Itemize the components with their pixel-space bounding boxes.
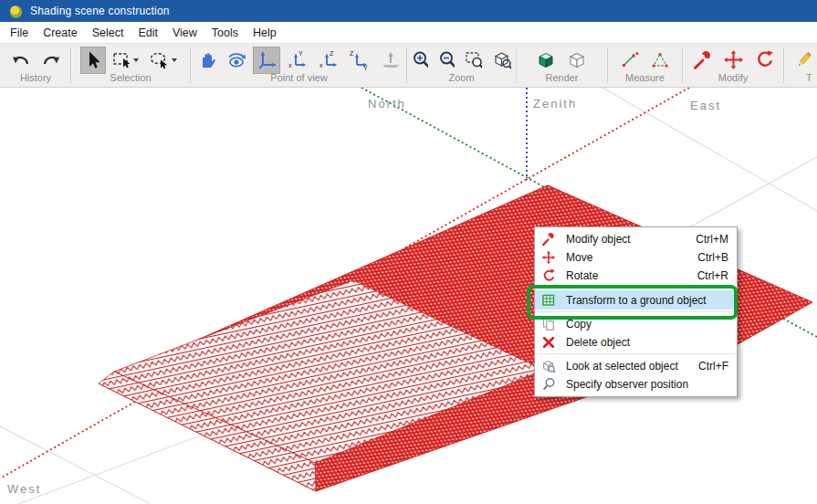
menu-tools[interactable]: Tools bbox=[204, 26, 246, 39]
zoom-in-button[interactable] bbox=[408, 47, 432, 74]
north-label: North bbox=[368, 97, 406, 110]
context-item-modify-object[interactable]: Modify object Ctrl+M bbox=[535, 230, 737, 248]
menu-view[interactable]: View bbox=[165, 26, 204, 39]
toolbar-group-label: T bbox=[785, 72, 817, 83]
move-icon bbox=[723, 49, 744, 70]
lasso-select-button[interactable] bbox=[145, 47, 181, 74]
zoom-in-icon bbox=[412, 50, 428, 70]
context-item-label: Modify object bbox=[566, 233, 688, 246]
menu-help[interactable]: Help bbox=[246, 26, 284, 39]
axes-xy-icon: xY bbox=[287, 49, 308, 70]
look-at-icon bbox=[540, 359, 557, 373]
context-item-label: Look at selected object bbox=[566, 360, 691, 373]
redo-icon bbox=[41, 50, 61, 70]
context-item-label: Delete object bbox=[566, 336, 721, 349]
axes-xz-icon: xZ bbox=[318, 49, 339, 70]
view-xy-button[interactable]: xY bbox=[283, 47, 311, 74]
move-object-button[interactable] bbox=[719, 47, 748, 74]
annotation-highlight-box bbox=[527, 285, 738, 320]
toolbar-group-point-of-view: xY xZ ZY Point of view bbox=[193, 44, 405, 87]
window-title: Shading scene construction bbox=[30, 5, 170, 17]
context-item-label: Rotate bbox=[566, 269, 690, 282]
rotate-icon bbox=[540, 268, 557, 283]
context-item-rotate[interactable]: Rotate Ctrl+R bbox=[535, 267, 737, 285]
rect-select-button[interactable] bbox=[109, 47, 142, 74]
svg-text:Y: Y bbox=[363, 65, 368, 70]
svg-text:x: x bbox=[288, 62, 292, 68]
toolbar-group-label: Measure bbox=[609, 72, 681, 83]
context-item-label: Move bbox=[566, 251, 690, 264]
toolbar: History Selection bbox=[0, 43, 817, 88]
menubar: File Create Select Edit View Tools Help bbox=[0, 22, 817, 43]
measure-angle-icon bbox=[650, 50, 670, 70]
toolbar-group-label: Zoom bbox=[408, 72, 515, 83]
context-item-look-at-selected[interactable]: Look at selected object Ctrl+F bbox=[535, 357, 737, 375]
zoom-extents-button[interactable] bbox=[488, 47, 515, 74]
rotate-object-button[interactable] bbox=[750, 47, 779, 74]
app-window: Shading scene construction File Create S… bbox=[0, 0, 817, 504]
redo-button[interactable] bbox=[37, 47, 65, 74]
context-item-delete-object[interactable]: Delete object bbox=[535, 333, 737, 352]
rect-select-icon bbox=[112, 50, 132, 70]
pan-button[interactable] bbox=[193, 47, 220, 74]
context-item-shortcut: Ctrl+R bbox=[697, 269, 728, 282]
svg-text:Z: Z bbox=[350, 50, 354, 57]
undo-button[interactable] bbox=[7, 47, 35, 74]
measure-distance-icon bbox=[620, 50, 640, 70]
zoom-selection-button[interactable] bbox=[461, 47, 486, 74]
context-item-shortcut: Ctrl+B bbox=[697, 251, 728, 264]
toolbar-group-zoom: Zoom bbox=[408, 44, 515, 87]
zoom-out-button[interactable] bbox=[435, 47, 458, 74]
toolbar-group-label: Modify bbox=[684, 72, 782, 83]
measure-distance-button[interactable] bbox=[616, 47, 644, 74]
zenith-label: Zenith bbox=[533, 97, 577, 110]
context-item-move[interactable]: Move Ctrl+B bbox=[535, 248, 737, 267]
chevron-down-icon[interactable] bbox=[172, 58, 177, 62]
render-solid-button[interactable] bbox=[532, 47, 560, 74]
select-arrow-icon bbox=[84, 50, 102, 70]
toolbar-group-render: Render bbox=[518, 44, 606, 87]
zoom-out-icon bbox=[438, 50, 455, 70]
measure-angle-button[interactable] bbox=[646, 47, 674, 74]
render-wireframe-button[interactable] bbox=[563, 47, 592, 74]
zoom-selection-icon bbox=[465, 50, 482, 70]
menu-edit[interactable]: Edit bbox=[131, 26, 165, 39]
wrench-icon bbox=[540, 232, 557, 247]
menu-create[interactable]: Create bbox=[36, 26, 85, 39]
elevation-icon bbox=[379, 49, 402, 70]
context-item-shortcut: Ctrl+M bbox=[696, 233, 728, 246]
toolbar-group-label: Render bbox=[518, 72, 606, 83]
select-arrow-button[interactable] bbox=[80, 47, 106, 74]
render-wireframe-icon bbox=[567, 50, 588, 70]
pencil-button[interactable] bbox=[791, 47, 817, 74]
toolbar-group-label: Selection bbox=[72, 72, 189, 83]
svg-text:Z: Z bbox=[330, 50, 334, 57]
titlebar: Shading scene construction bbox=[0, 0, 817, 22]
pencil-icon bbox=[794, 49, 814, 70]
context-item-shortcut: Ctrl+F bbox=[698, 360, 728, 373]
menu-file[interactable]: File bbox=[3, 26, 36, 39]
toolbar-group-history: History bbox=[2, 44, 69, 87]
toolbar-group-modify: Modify bbox=[684, 44, 782, 87]
pan-hand-icon bbox=[196, 49, 216, 70]
context-item-specify-observer[interactable]: Specify observer position bbox=[535, 375, 737, 394]
east-label: East bbox=[690, 99, 721, 112]
view-zy-button[interactable]: ZY bbox=[344, 47, 372, 74]
orbit-eye-icon bbox=[226, 49, 246, 70]
observer-icon bbox=[540, 377, 557, 392]
chevron-down-icon[interactable] bbox=[133, 58, 139, 62]
view-xz-button[interactable]: xZ bbox=[314, 47, 342, 74]
orbit-button[interactable] bbox=[223, 47, 250, 74]
menu-select[interactable]: Select bbox=[85, 26, 131, 39]
render-solid-icon bbox=[536, 50, 557, 70]
move-icon bbox=[540, 250, 557, 265]
modify-object-button[interactable] bbox=[688, 47, 717, 74]
elevation-button[interactable] bbox=[375, 47, 405, 74]
toolbar-group-label: History bbox=[2, 72, 69, 83]
axes-origin-icon bbox=[257, 49, 277, 70]
west-label: West bbox=[7, 482, 41, 496]
south-axis-segment bbox=[783, 319, 817, 337]
west-axis-segment bbox=[0, 402, 135, 478]
rotate-icon bbox=[754, 49, 775, 70]
axes-view-button[interactable] bbox=[253, 47, 280, 74]
